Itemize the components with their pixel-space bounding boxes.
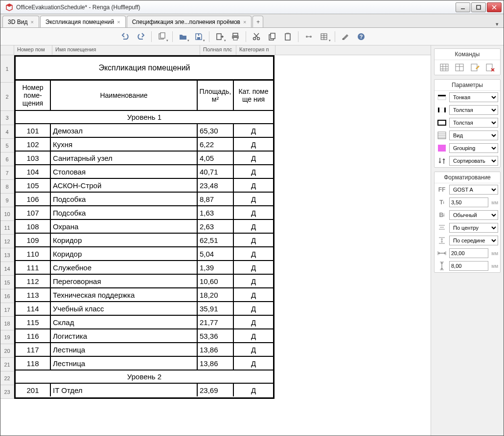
col-header[interactable]: Категория п <box>236 45 275 55</box>
maximize-button[interactable] <box>471 2 486 12</box>
cell[interactable]: 118 <box>16 357 51 370</box>
cmd-table-icon[interactable] <box>438 62 450 73</box>
table-row[interactable]: 108Охрана2,63Д <box>16 219 273 233</box>
cell[interactable]: 102 <box>16 138 51 151</box>
print-button[interactable] <box>228 30 243 44</box>
table-row[interactable]: 104Столовая40,71Д <box>16 164 273 178</box>
fontsize-input[interactable] <box>449 197 488 207</box>
table-row[interactable]: 101Демозал65,30Д <box>16 123 273 137</box>
cell[interactable]: 53,36 <box>198 329 234 342</box>
sort-select[interactable]: Сортировать <box>449 156 498 166</box>
cell[interactable]: 2,63 <box>198 220 234 233</box>
cell[interactable]: Демозал <box>51 124 198 137</box>
cell[interactable]: Коридор <box>51 247 198 260</box>
tab-3dview[interactable]: 3D Вид× <box>2 16 39 27</box>
cell[interactable]: Логистика <box>51 329 198 342</box>
cell[interactable]: Подсобка <box>51 193 198 205</box>
cell[interactable]: 116 <box>16 329 51 342</box>
cell[interactable]: 112 <box>16 275 51 287</box>
border-side-select[interactable]: Толстая <box>449 105 498 115</box>
undo-button[interactable] <box>118 30 133 44</box>
cut-button[interactable] <box>249 30 264 44</box>
cell[interactable]: Техническая поддержка <box>51 288 198 301</box>
table-row[interactable]: 102Кухня6,22Д <box>16 137 273 151</box>
cell[interactable]: Охрана <box>51 220 198 233</box>
cell[interactable]: 13,86 <box>198 357 234 370</box>
tab-menu[interactable]: ▾ <box>493 21 502 27</box>
table-row[interactable]: 109Коридор62,51Д <box>16 233 273 246</box>
cell[interactable]: Подсобка <box>51 206 198 219</box>
cmd-edit-icon[interactable] <box>469 62 481 73</box>
cell[interactable]: Санитарный узел <box>51 152 198 164</box>
cell[interactable]: 111 <box>16 261 51 274</box>
table-row[interactable]: 201IT Отдел23,69Д <box>16 383 273 396</box>
copy-button[interactable]: ▾ <box>155 30 169 44</box>
weight-select[interactable]: Обычный <box>449 210 498 220</box>
col-header[interactable]: Имя помещения <box>52 45 200 55</box>
cell[interactable]: Служебное <box>51 261 198 274</box>
cell[interactable]: 23,48 <box>198 179 234 192</box>
cell[interactable]: 5,04 <box>198 247 234 260</box>
tab-close-icon[interactable]: × <box>30 19 33 25</box>
table-row[interactable]: 118Лестница13,86Д <box>16 356 273 370</box>
cell[interactable]: 117 <box>16 343 51 356</box>
cell[interactable]: Д <box>234 357 273 370</box>
cell[interactable]: Д <box>234 138 273 151</box>
border-top-select[interactable]: Тонкая <box>449 92 498 102</box>
tab-close-icon[interactable]: × <box>243 19 246 25</box>
tab-add[interactable]: + <box>252 16 263 27</box>
cell[interactable]: Переговорная <box>51 275 198 287</box>
cell[interactable]: 65,30 <box>198 124 234 137</box>
cell[interactable]: 1,63 <box>198 206 234 219</box>
cell[interactable]: 104 <box>16 165 51 178</box>
spreadsheet-area[interactable]: Номер пом Имя помещения Полная плс Катег… <box>0 45 431 436</box>
cell[interactable]: Д <box>234 302 273 315</box>
cell[interactable]: 101 <box>16 124 51 137</box>
height-input[interactable] <box>449 261 488 271</box>
cell[interactable]: 4,05 <box>198 152 234 164</box>
cell[interactable]: Учебный класс <box>51 302 198 315</box>
help-button[interactable]: ? <box>354 30 368 44</box>
cmd-table2-icon[interactable] <box>454 62 465 73</box>
width-input[interactable] <box>449 248 488 258</box>
cell[interactable]: Д <box>234 206 273 219</box>
close-button[interactable] <box>487 2 502 12</box>
cell[interactable]: Лестница <box>51 357 198 370</box>
cell[interactable]: 113 <box>16 288 51 301</box>
table-row[interactable]: 116Логистика53,36Д <box>16 328 273 342</box>
table-row[interactable]: 111Служебное1,39Д <box>16 260 273 274</box>
copy2-button[interactable] <box>265 30 279 44</box>
open-button[interactable]: ▾ <box>176 30 190 44</box>
cell[interactable]: 115 <box>16 316 51 328</box>
cell[interactable]: 21,77 <box>198 316 234 328</box>
cell[interactable]: 1,39 <box>198 261 234 274</box>
cell[interactable]: 105 <box>16 179 51 192</box>
cell[interactable]: Д <box>234 165 273 178</box>
cell[interactable]: Д <box>234 124 273 137</box>
view-select[interactable]: Вид <box>449 131 498 140</box>
cell[interactable]: Д <box>234 193 273 205</box>
cell[interactable]: Д <box>234 384 273 396</box>
tab-specification[interactable]: Спецификация эле...полнения проёмов× <box>127 16 252 27</box>
cell[interactable]: 201 <box>16 384 51 396</box>
cell[interactable]: 40,71 <box>198 165 234 178</box>
save-button[interactable]: ▾ <box>191 30 206 44</box>
cell[interactable]: 62,51 <box>198 234 234 246</box>
tab-explication[interactable]: Экспликация помещений× <box>40 16 126 27</box>
cell[interactable]: Склад <box>51 316 198 328</box>
table-row[interactable]: 114Учебный класс35,91Д <box>16 301 273 315</box>
cell[interactable]: Д <box>234 247 273 260</box>
table-row[interactable]: 106Подсобка8,87Д <box>16 192 273 205</box>
cell[interactable]: Д <box>234 220 273 233</box>
cell[interactable]: АСКОН-Строй <box>51 179 198 192</box>
table-row[interactable]: 107Подсобка1,63Д <box>16 205 273 219</box>
cell[interactable]: Д <box>234 261 273 274</box>
cell[interactable]: 106 <box>16 193 51 205</box>
cell[interactable]: Д <box>234 275 273 287</box>
col-header[interactable]: Номер пом <box>14 45 52 55</box>
cell[interactable]: 13,86 <box>198 343 234 356</box>
grouping-select[interactable]: Grouping <box>449 143 498 153</box>
paste-button[interactable] <box>280 30 295 44</box>
tab-close-icon[interactable]: × <box>117 19 120 25</box>
col-header[interactable]: Полная плс <box>200 45 236 55</box>
